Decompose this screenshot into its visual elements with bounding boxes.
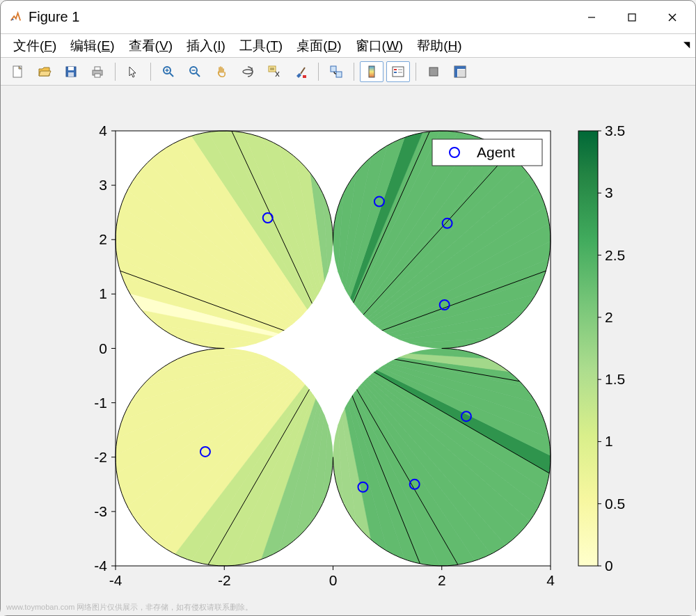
y-ticks: -4-3-2-101234 — [94, 123, 116, 574]
rotate3d-icon[interactable] — [236, 61, 260, 82]
pan-icon[interactable] — [209, 61, 233, 82]
hide-plot-tools-icon[interactable] — [422, 61, 445, 82]
svg-rect-39 — [458, 70, 465, 77]
svg-text:-2: -2 — [94, 449, 107, 465]
svg-rect-7 — [68, 72, 74, 77]
zoom-out-icon[interactable] — [183, 61, 207, 82]
open-icon[interactable] — [33, 61, 56, 82]
brush-icon[interactable] — [289, 61, 313, 82]
svg-text:0: 0 — [605, 558, 613, 574]
svg-rect-10 — [95, 74, 100, 77]
toolbar-separator — [354, 63, 354, 81]
legend[interactable]: Agent — [432, 139, 542, 166]
figure-window: Figure 1 文件(F)编辑(E)查看(V)插入(I)工具(T)桌面(D)窗… — [0, 0, 696, 616]
svg-rect-9 — [95, 67, 100, 70]
svg-text:1.5: 1.5 — [605, 371, 625, 387]
menu-v[interactable]: 查看(V) — [122, 35, 180, 57]
titlebar: Figure 1 — [1, 1, 695, 34]
svg-text:2: 2 — [605, 309, 613, 325]
dock-arrow-icon[interactable]: ◥ — [683, 40, 690, 49]
svg-rect-19 — [269, 66, 276, 72]
svg-text:2.5: 2.5 — [605, 247, 625, 263]
svg-text:-3: -3 — [94, 503, 107, 519]
svg-rect-25 — [303, 75, 306, 78]
svg-text:3.5: 3.5 — [605, 123, 625, 139]
colorbar-icon[interactable] — [360, 61, 383, 82]
toolbar-separator — [416, 63, 416, 81]
new-figure-icon[interactable] — [6, 61, 30, 82]
svg-text:4: 4 — [546, 572, 555, 588]
data-cursor-icon[interactable] — [262, 61, 286, 82]
svg-line-12 — [170, 73, 173, 77]
legend-label: Agent — [477, 144, 515, 160]
svg-point-18 — [243, 70, 253, 74]
menu-e[interactable]: 编辑(E) — [63, 35, 121, 57]
menu-f[interactable]: 文件(F) — [6, 35, 63, 57]
svg-text:-2: -2 — [218, 572, 231, 588]
pointer-icon[interactable] — [121, 61, 145, 82]
matlab-icon — [9, 11, 22, 24]
menu-w[interactable]: 窗口(W) — [349, 35, 411, 57]
svg-rect-1 — [628, 14, 635, 21]
toolbar-separator — [318, 63, 319, 81]
toolbar-separator — [150, 63, 151, 81]
svg-rect-38 — [457, 66, 466, 69]
svg-text:0.5: 0.5 — [605, 496, 625, 512]
close-button[interactable] — [652, 3, 693, 31]
print-icon[interactable] — [86, 61, 109, 82]
svg-text:4: 4 — [99, 123, 107, 139]
minimize-button[interactable] — [571, 3, 612, 31]
watermark-text: www.toymoban.com 网络图片仅供展示，非存储，如有侵权请联系删除。 — [6, 602, 253, 613]
legend-icon[interactable] — [386, 61, 410, 82]
toolbar — [1, 58, 695, 86]
svg-text:3: 3 — [605, 184, 613, 200]
svg-rect-35 — [429, 68, 438, 76]
svg-text:0: 0 — [329, 572, 338, 588]
svg-text:3: 3 — [99, 177, 107, 193]
link-plot-icon[interactable] — [324, 61, 348, 82]
show-plot-tools-icon[interactable] — [448, 61, 472, 82]
svg-text:1: 1 — [99, 285, 107, 301]
menu-h[interactable]: 帮助(H) — [410, 35, 468, 57]
toolbar-separator — [115, 63, 116, 81]
svg-text:1: 1 — [605, 433, 613, 449]
svg-rect-6 — [68, 67, 74, 70]
colorbar[interactable] — [578, 131, 598, 566]
svg-line-24 — [301, 68, 305, 74]
svg-rect-28 — [369, 66, 374, 77]
svg-text:0: 0 — [99, 340, 107, 356]
maximize-button[interactable] — [612, 3, 652, 31]
zoom-in-icon[interactable] — [157, 61, 180, 82]
menubar: 文件(F)编辑(E)查看(V)插入(I)工具(T)桌面(D)窗口(W)帮助(H)… — [1, 34, 695, 58]
menu-i[interactable]: 插入(I) — [180, 35, 232, 57]
svg-text:-1: -1 — [94, 395, 107, 411]
x-ticks: -4-2024 — [109, 566, 555, 588]
svg-text:2: 2 — [99, 231, 107, 247]
svg-rect-37 — [454, 66, 457, 77]
svg-line-16 — [196, 73, 200, 77]
menu-t[interactable]: 工具(T) — [232, 35, 290, 57]
menu-d[interactable]: 桌面(D) — [290, 35, 348, 57]
colorbar-ticks: 00.511.522.533.5 — [598, 123, 625, 574]
axes[interactable]: -4-2024-4-3-2-10123400.511.522.533.5Agen… — [1, 86, 696, 615]
save-icon[interactable] — [59, 61, 83, 82]
window-title: Figure 1 — [29, 9, 79, 25]
svg-rect-27 — [336, 72, 342, 77]
svg-text:-4: -4 — [109, 572, 122, 588]
plot-area: -4-2024-4-3-2-10123400.511.522.533.5Agen… — [1, 86, 695, 615]
svg-rect-26 — [331, 66, 336, 72]
svg-text:-4: -4 — [94, 558, 107, 574]
svg-text:2: 2 — [438, 572, 446, 588]
